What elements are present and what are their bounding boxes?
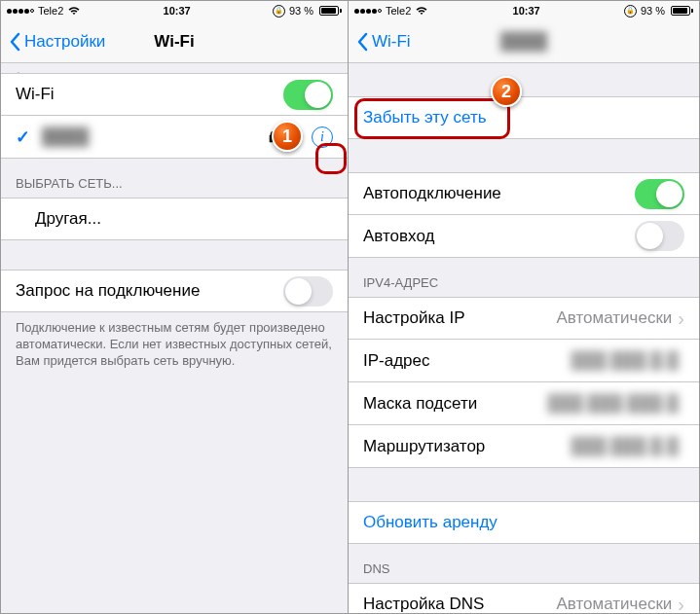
- callout-badge-2: 2: [491, 76, 522, 107]
- dns-config-label: Настройка DNS: [363, 595, 556, 613]
- wifi-toggle-row: Wi-Fi: [1, 73, 348, 116]
- battery-icon: [317, 6, 342, 16]
- back-button[interactable]: Настройки: [9, 32, 105, 52]
- subnet-value: ███.███.███.█: [547, 394, 679, 414]
- auto-login-label: Автовход: [363, 227, 635, 246]
- ask-to-join-label: Запрос на подключение: [16, 281, 283, 301]
- dns-header: DNS: [349, 544, 699, 583]
- signal-icon: [354, 9, 382, 14]
- dns-config-row[interactable]: Настройка DNS Автоматически ›: [349, 583, 699, 613]
- other-label: Другая...: [16, 209, 333, 229]
- renew-label: Обновить аренду: [363, 513, 684, 532]
- chevron-left-icon: [356, 32, 368, 52]
- orientation-lock-icon: 🔒: [624, 5, 637, 18]
- orientation-lock-icon: 🔒: [273, 5, 285, 18]
- ip-address-row: IP-адрес ███.███.█.█: [349, 340, 699, 382]
- nav-bar: Wi-Fi ████: [349, 20, 699, 63]
- clock-label: 10:37: [513, 5, 540, 17]
- router-value: ███.███.█.█: [571, 437, 679, 456]
- battery-percent: 93 %: [641, 5, 665, 17]
- ip-config-label: Настройка IP: [363, 308, 556, 328]
- ip-config-value: Автоматически: [556, 308, 672, 328]
- ip-address-value: ███.███.█.█: [571, 351, 679, 371]
- subnet-row: Маска подсети ███.███.███.█: [349, 382, 699, 425]
- chevron-left-icon: [9, 32, 20, 52]
- chevron-right-icon: ›: [678, 307, 684, 330]
- wifi-toggle[interactable]: [283, 80, 333, 110]
- ask-to-join-footer: Подключение к известным сетям будет прои…: [1, 312, 348, 381]
- ip-address-label: IP-адрес: [363, 351, 571, 371]
- auto-join-toggle[interactable]: [635, 179, 684, 209]
- screen-wifi-list: Tele2 10:37 🔒 93 % Настройки Wi-Fi . W: [1, 1, 349, 613]
- wifi-status-icon: [415, 6, 428, 16]
- renew-lease-row[interactable]: Обновить аренду: [349, 501, 699, 544]
- forget-network-row[interactable]: Забыть эту сеть: [349, 96, 699, 139]
- ipv4-header: IPV4-АДРЕС: [349, 258, 699, 297]
- network-name: ████: [42, 127, 269, 147]
- router-label: Маршрутизатор: [363, 437, 571, 456]
- auto-join-row: Автоподключение: [349, 172, 699, 215]
- signal-icon: [7, 9, 34, 14]
- ask-to-join-toggle[interactable]: [283, 276, 333, 307]
- clock-label: 10:37: [164, 5, 191, 17]
- ip-config-row[interactable]: Настройка IP Автоматически ›: [349, 297, 699, 340]
- back-button[interactable]: Wi-Fi: [356, 32, 411, 52]
- auto-login-row: Автовход: [349, 215, 699, 258]
- router-row: Маршрутизатор ███.███.█.█: [349, 425, 699, 468]
- dns-config-value: Автоматически: [556, 595, 672, 613]
- info-icon[interactable]: i: [312, 126, 333, 148]
- chevron-right-icon: ›: [678, 594, 684, 614]
- ask-to-join-row: Запрос на подключение: [1, 270, 348, 312]
- wifi-toggle-label: Wi-Fi: [16, 85, 283, 104]
- carrier-label: Tele2: [386, 5, 411, 17]
- battery-icon: [669, 6, 693, 16]
- auto-join-label: Автоподключение: [363, 184, 635, 203]
- subnet-label: Маска подсети: [363, 394, 547, 414]
- callout-badge-1: 1: [272, 121, 303, 152]
- wifi-status-icon: [67, 6, 81, 16]
- nav-bar: Настройки Wi-Fi: [1, 20, 348, 63]
- back-label: Настройки: [24, 32, 105, 52]
- status-bar: Tele2 10:37 🔒 93 %: [349, 1, 699, 20]
- status-bar: Tele2 10:37 🔒 93 %: [1, 1, 348, 20]
- carrier-label: Tele2: [38, 5, 63, 17]
- battery-percent: 93 %: [289, 5, 313, 17]
- screen-network-detail: Tele2 10:37 🔒 93 % Wi-Fi ████ Забыть: [349, 1, 699, 613]
- other-network-row[interactable]: Другая...: [1, 198, 348, 240]
- choose-network-header: ВЫБРАТЬ СЕТЬ...: [1, 159, 348, 198]
- auto-login-toggle[interactable]: [635, 221, 684, 251]
- checkmark-icon: ✓: [16, 126, 30, 148]
- back-label: Wi-Fi: [372, 32, 411, 52]
- forget-label: Забыть эту сеть: [363, 108, 684, 127]
